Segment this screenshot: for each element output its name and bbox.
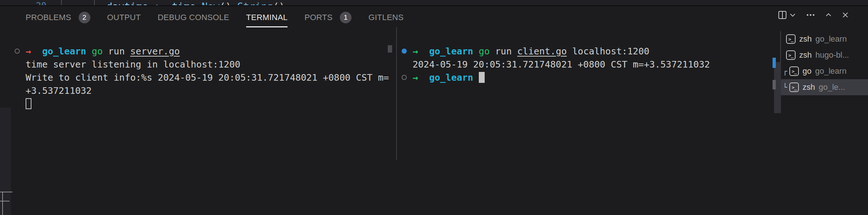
prompt-arrow-icon: → <box>413 46 418 57</box>
code-token: . <box>231 1 237 5</box>
tab-label: GITLENS <box>368 13 403 22</box>
terminal-line: +3.537211032 <box>12 84 396 97</box>
terminal-line: → go_learn go run server.go <box>12 45 396 58</box>
editor-code-strip: 20 daytime := time.Now().String() <box>0 0 868 5</box>
editor-guide-line <box>61 0 62 5</box>
terminal-line <box>12 97 396 110</box>
code-token: () <box>219 1 232 5</box>
tab-label: DEBUG CONSOLE <box>158 13 229 22</box>
launch-profile-dropdown[interactable] <box>789 11 797 19</box>
panel-top-border <box>0 5 868 6</box>
code-token: Now <box>202 1 219 5</box>
terminal-text-segment <box>473 46 479 57</box>
command-decoration-icon[interactable] <box>402 75 407 80</box>
terminal-text: 2024-05-19 20:05:31.721748021 +0800 CST … <box>413 59 710 70</box>
close-icon <box>841 11 849 19</box>
terminal-text-segment: server.go <box>130 46 180 57</box>
tab-output[interactable]: OUTPUT <box>107 9 141 27</box>
tab-gitlens[interactable]: GITLENS <box>368 9 403 27</box>
terminal-text-segment <box>418 46 429 57</box>
tab-label: OUTPUT <box>107 13 141 22</box>
tab-terminal[interactable]: TERMINAL <box>246 9 288 27</box>
tab-label: TERMINAL <box>246 13 288 22</box>
split-terminal-button[interactable] <box>778 11 786 19</box>
tab-ports[interactable]: PORTS1 <box>304 9 352 27</box>
prompt-arrow-icon: → <box>26 46 31 57</box>
command-decoration-icon[interactable] <box>15 49 20 54</box>
terminal-text-segment: go <box>92 46 103 57</box>
terminal-icon: >_ <box>789 82 799 92</box>
tab-label: PROBLEMS <box>26 13 71 22</box>
terminal-cursor <box>479 72 485 83</box>
terminal-list-item-zsh-hugo-bl[interactable]: >_zshhugo-bl... <box>781 47 868 63</box>
terminal-list-item-go-go_learn[interactable]: ┌>_gogo_learn <box>781 63 868 79</box>
tab-problems[interactable]: PROBLEMS2 <box>26 9 90 27</box>
terminal-line: → go_learn go run client.go localhost:12… <box>399 45 773 58</box>
terminal-text-segment: go_learn <box>429 46 473 57</box>
terminal-cursor <box>26 98 31 109</box>
code-token: := <box>148 1 172 5</box>
prompt-arrow-icon: → <box>413 72 418 83</box>
panel-tabs: PROBLEMS2OUTPUTDEBUG CONSOLETERMINALPORT… <box>26 9 404 26</box>
terminal-list-item-zsh-go_le[interactable]: └>_zshgo_le... <box>781 79 868 95</box>
terminal-icon: >_ <box>789 66 799 76</box>
terminal-text-segment: client.go <box>517 46 567 57</box>
scrollbar-command-decoration <box>773 58 776 68</box>
code-token: () <box>273 1 285 5</box>
terminal-text: → go_learn <box>413 72 479 83</box>
terminal-icon: >_ <box>786 50 796 60</box>
terminal-line: time server listening in localhost:1200 <box>12 58 396 71</box>
editor-code-line: daytime := time.Now().String() <box>106 1 285 5</box>
terminal-text-segment: +3.537211032 <box>26 85 92 96</box>
terminal-text-segment <box>31 46 42 57</box>
terminal-line: 2024-05-19 20:05:31.721748021 +0800 CST … <box>399 58 773 71</box>
ellipsis-icon <box>805 11 816 19</box>
command-decoration-icon[interactable] <box>402 49 407 54</box>
tab-badge: 2 <box>79 12 90 23</box>
terminal-text: +3.537211032 <box>26 85 92 96</box>
tab-label: PORTS <box>304 13 332 22</box>
terminal-text-segment <box>473 72 479 83</box>
chevron-down-icon <box>789 11 797 19</box>
terminal-text: → go_learn go run server.go <box>26 46 180 57</box>
vscode-panel-region: 20 daytime := time.Now().String() PROBLE… <box>0 0 868 215</box>
window-corner-line <box>2 192 3 215</box>
terminal-text-segment: go_learn <box>429 72 473 83</box>
terminal-shell-label: go <box>803 66 811 76</box>
terminal-gutter <box>399 75 413 80</box>
terminal-text-segment: go <box>479 46 490 57</box>
terminal-icon: >_ <box>786 34 796 44</box>
right-terminal-scrollbar-thumb[interactable] <box>773 80 776 89</box>
editor-guide-line <box>94 0 95 5</box>
terminal-line: → go_learn <box>399 71 773 84</box>
chevron-up-icon <box>824 11 833 19</box>
views-and-more-actions-button[interactable] <box>805 11 816 19</box>
terminal-shell-label: zsh <box>799 34 812 44</box>
window-corner-line <box>0 201 10 201</box>
terminal-text: time server listening in localhost:1200 <box>26 59 240 70</box>
terminal-cwd-label: hugo-bl... <box>815 50 849 60</box>
terminal-line: Write to client info:%s 2024-05-19 20:05… <box>12 71 396 84</box>
split-terminal-icon <box>778 11 786 19</box>
terminal-text-segment: go_learn <box>42 46 86 57</box>
terminal-text-segment: 2024-05-19 20:05:31.721748021 +0800 CST … <box>413 59 710 70</box>
terminal-text: Write to client info:%s 2024-05-19 20:05… <box>26 72 389 83</box>
terminal-split-sash[interactable] <box>396 27 397 160</box>
terminal-pane-left[interactable]: → go_learn go run server.gotime server l… <box>12 45 396 110</box>
tree-branch-icon: ┌ <box>783 67 789 76</box>
tab-debug-console[interactable]: DEBUG CONSOLE <box>158 9 229 27</box>
maximize-panel-button[interactable] <box>824 11 833 19</box>
terminal-pane-right[interactable]: → go_learn go run client.go localhost:12… <box>399 45 773 84</box>
editor-line-number: 20 <box>36 1 46 5</box>
left-terminal-scrollbar-thumb[interactable] <box>388 45 392 53</box>
terminal-text-segment <box>418 72 429 83</box>
terminal-list-item-zsh-go_learn[interactable]: >_zshgo_learn <box>781 31 868 47</box>
terminal-text: → go_learn go run client.go localhost:12… <box>413 46 649 57</box>
terminal-text-segment: time server listening in localhost:1200 <box>26 59 240 70</box>
terminal-cwd-label: go_le... <box>819 82 845 92</box>
tab-badge: 1 <box>340 12 352 23</box>
terminal-gutter <box>12 49 26 54</box>
terminal-shell-label: zsh <box>803 82 815 92</box>
close-panel-button[interactable] <box>841 11 849 19</box>
terminal-text-segment: localhost:1200 <box>567 46 650 57</box>
